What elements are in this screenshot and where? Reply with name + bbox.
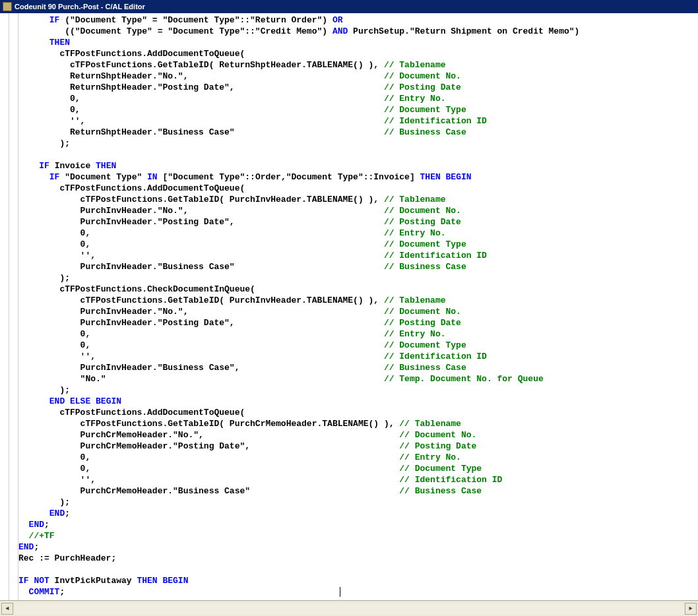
scroll-track[interactable] [15, 603, 683, 615]
editor-gutter [0, 13, 18, 600]
scroll-left-button[interactable]: ◄ [1, 603, 13, 615]
horizontal-scrollbar[interactable]: ◄ ► [0, 600, 698, 616]
window-title: Codeunit 90 Purch.-Post - C/AL Editor [15, 0, 145, 13]
text-caret [340, 587, 340, 597]
code-editor[interactable]: IF ("Document Type" = "Document Type"::"… [0, 13, 698, 600]
code-content[interactable]: IF ("Document Type" = "Document Type"::"… [18, 13, 698, 600]
app-icon [3, 2, 12, 11]
chevron-left-icon: ◄ [5, 605, 9, 612]
window-title-bar[interactable]: Codeunit 90 Purch.-Post - C/AL Editor [0, 0, 698, 13]
scroll-right-button[interactable]: ► [685, 603, 697, 615]
chevron-right-icon: ► [689, 605, 692, 612]
